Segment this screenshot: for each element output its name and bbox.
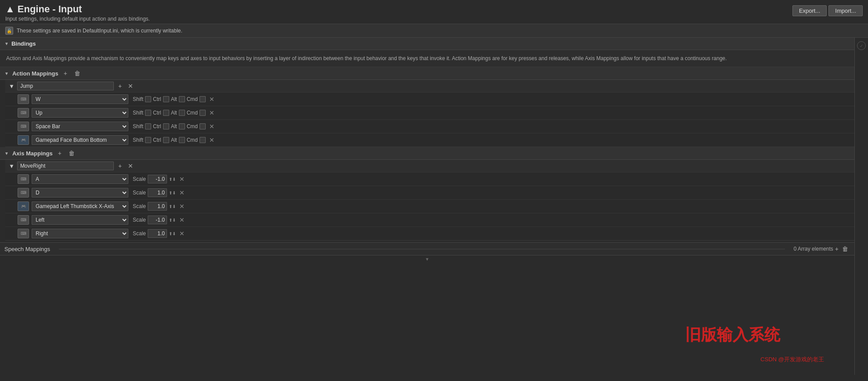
lock-icon: 🔓 — [5, 27, 13, 35]
action-delete-button[interactable]: 🗑 — [73, 70, 82, 77]
modifier-group-space: Shift Ctrl Alt Cmd — [133, 123, 206, 129]
collapse-arrow-icon[interactable]: ▲ — [5, 4, 15, 15]
speech-add-button[interactable]: + — [833, 245, 840, 252]
bindings-title: Bindings — [11, 40, 36, 47]
moveright-add-button[interactable]: + — [116, 162, 123, 169]
scale-spinner-d[interactable]: ⬆⬇ — [169, 190, 176, 195]
scale-input-d[interactable] — [148, 188, 167, 197]
cmd-check-space[interactable] — [200, 123, 206, 129]
shift-check-space[interactable] — [145, 123, 151, 129]
action-mappings-header: ▼ Action Mappings + 🗑 — [0, 67, 854, 80]
key-select-gamepad-face[interactable]: Gamepad Face Button Bottom — [32, 135, 128, 145]
moveright-collapse-icon[interactable]: ▼ — [9, 163, 15, 169]
cmd-check-gf[interactable] — [200, 137, 206, 143]
scale-input-left[interactable] — [148, 216, 167, 224]
cmd-check-w[interactable] — [200, 96, 206, 102]
export-button[interactable]: Export... — [792, 5, 827, 16]
remove-left-button[interactable]: ✕ — [178, 216, 185, 223]
key-select-up[interactable]: Up — [32, 108, 128, 118]
alt-check-w[interactable] — [179, 96, 185, 102]
scale-input-a[interactable] — [148, 175, 167, 183]
jump-collapse-icon[interactable]: ▼ — [9, 83, 15, 90]
scale-input-thumbstick[interactable] — [148, 202, 167, 211]
shift-label-space: Shift — [133, 123, 143, 129]
remove-a-button[interactable]: ✕ — [178, 176, 185, 183]
scale-input-right[interactable] — [148, 229, 167, 238]
settings-check-icon: ✓ — [857, 41, 866, 50]
ctrl-label-up: Ctrl — [153, 110, 161, 116]
scale-group-thumbstick: Scale ⬆⬇ — [133, 202, 176, 211]
speech-delete-button[interactable]: 🗑 — [840, 245, 850, 252]
jump-delete-button[interactable]: ✕ — [126, 83, 135, 90]
key-icon-up: ⌨ — [18, 108, 29, 118]
header-subtitle: Input settings, including default input … — [5, 16, 150, 22]
right-panel: ✓ — [855, 38, 868, 375]
scale-spinner-right[interactable]: ⬆⬇ — [169, 231, 176, 236]
action-add-button[interactable]: + — [62, 70, 69, 77]
shift-label-w: Shift — [133, 96, 143, 102]
remove-gamepad-face-button[interactable]: ✕ — [208, 137, 215, 144]
scale-spinner-a[interactable]: ⬆⬇ — [169, 177, 176, 182]
scale-spinner-thumbstick[interactable]: ⬆⬇ — [169, 204, 176, 209]
scale-label-left: Scale — [133, 217, 146, 223]
ctrl-check-up[interactable] — [163, 110, 169, 116]
scale-group-right: Scale ⬆⬇ — [133, 229, 176, 238]
key-select-w[interactable]: W — [32, 94, 128, 104]
left-panel: ▼ Bindings Action and Axis Mappings prov… — [0, 38, 855, 375]
key-select-d[interactable]: D — [32, 188, 128, 198]
ctrl-check-w[interactable] — [163, 96, 169, 102]
jump-add-button[interactable]: + — [116, 83, 123, 90]
scale-spinner-left[interactable]: ⬆⬇ — [169, 218, 176, 223]
moveright-name-input[interactable] — [17, 162, 114, 170]
ctrl-check-gf[interactable] — [163, 137, 169, 143]
scale-label-a: Scale — [133, 176, 146, 182]
shift-label-up: Shift — [133, 110, 143, 116]
header-buttons: Export... Import... — [792, 5, 863, 16]
lock-bar: 🔓 These settings are saved in DefaultInp… — [0, 24, 868, 38]
modifier-group-gamepad-face: Shift Ctrl Alt Cmd — [133, 137, 206, 143]
alt-check-space[interactable] — [179, 123, 185, 129]
remove-right-button[interactable]: ✕ — [178, 230, 185, 237]
shift-check-gf[interactable] — [145, 137, 151, 143]
table-row: 🎮 Gamepad Face Button Bottom Shift Ctrl … — [5, 133, 854, 147]
moveright-delete-button[interactable]: ✕ — [126, 162, 135, 169]
axis-mappings-header: ▼ Axis Mappings + 🗑 — [0, 147, 854, 160]
import-button[interactable]: Import... — [828, 5, 863, 16]
bindings-section-header[interactable]: ▼ Bindings — [0, 38, 854, 50]
axis-add-button[interactable]: + — [56, 150, 63, 157]
axis-delete-button[interactable]: 🗑 — [67, 150, 76, 157]
alt-check-up[interactable] — [179, 110, 185, 116]
remove-thumbstick-button[interactable]: ✕ — [178, 203, 185, 210]
key-select-space[interactable]: Space Bar — [32, 122, 128, 131]
scale-group-d: Scale ⬆⬇ — [133, 188, 176, 197]
ctrl-label-w: Ctrl — [153, 96, 161, 102]
key-icon-w: ⌨ — [18, 94, 29, 104]
jump-group-header: ▼ + ✕ — [5, 80, 854, 92]
key-select-right[interactable]: Right — [32, 229, 128, 238]
cmd-label-space: Cmd — [187, 123, 198, 129]
remove-d-button[interactable]: ✕ — [178, 189, 185, 196]
alt-label-space: Alt — [171, 123, 177, 129]
bindings-collapse-icon: ▼ — [4, 41, 9, 46]
ctrl-label-space: Ctrl — [153, 123, 161, 129]
key-select-thumbstick[interactable]: Gamepad Left Thumbstick X-Axis — [32, 201, 128, 211]
jump-name-input[interactable] — [17, 82, 114, 90]
cmd-check-up[interactable] — [200, 110, 206, 116]
remove-w-button[interactable]: ✕ — [208, 96, 215, 103]
key-select-a[interactable]: A — [32, 174, 128, 184]
scale-label-d: Scale — [133, 190, 146, 196]
title-text: Engine - Input — [18, 4, 82, 15]
cmd-label-gf: Cmd — [187, 137, 198, 143]
alt-check-gf[interactable] — [179, 137, 185, 143]
remove-up-button[interactable]: ✕ — [208, 109, 215, 116]
key-select-left[interactable]: Left — [32, 215, 128, 225]
shift-check-w[interactable] — [145, 96, 151, 102]
speech-mappings-section: Speech Mappings 0 Array elements + 🗑 — [0, 242, 854, 255]
key-icon-d: ⌨ — [18, 188, 29, 198]
scale-label-thumbstick: Scale — [133, 203, 146, 209]
shift-check-up[interactable] — [145, 110, 151, 116]
table-row: ⌨ A Scale ⬆⬇ ✕ — [5, 172, 854, 186]
remove-space-button[interactable]: ✕ — [208, 123, 215, 130]
key-icon-space: ⌨ — [18, 122, 29, 131]
ctrl-check-space[interactable] — [163, 123, 169, 129]
